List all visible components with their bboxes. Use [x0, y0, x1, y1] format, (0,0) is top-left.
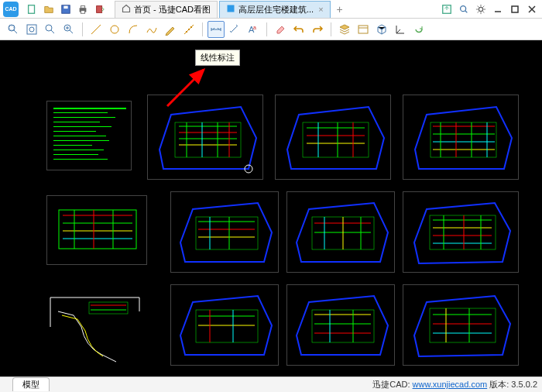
version-value: 3.5.0.2 [511, 380, 537, 389]
floor-plan-icon [276, 95, 391, 180]
tab-document[interactable]: 高层层住宅楼建筑... × [219, 1, 331, 18]
save-button[interactable] [59, 2, 73, 16]
drawing-thumbnail[interactable] [170, 284, 279, 366]
arc-tool[interactable] [125, 21, 142, 38]
layers-button[interactable] [336, 21, 353, 38]
floor-plan-icon [171, 285, 279, 366]
edit-tool[interactable] [162, 21, 179, 38]
erase-tool[interactable] [272, 21, 289, 38]
svg-rect-0 [29, 5, 35, 13]
svg-rect-23 [175, 122, 241, 157]
aligned-dimension-button[interactable] [226, 21, 243, 38]
circle-tool[interactable] [106, 21, 123, 38]
svg-rect-2 [63, 5, 67, 9]
svg-marker-59 [180, 203, 272, 262]
status-info: 迅捷CAD: www.xunjiecad.com 版本: 3.5.0.2 [372, 379, 537, 390]
drawing-thumbnail[interactable] [403, 95, 519, 180]
tab-add-button[interactable]: + [332, 3, 348, 15]
drawing-thumbnail[interactable] [403, 284, 519, 366]
settings-button[interactable] [474, 2, 488, 16]
open-file-button[interactable] [42, 2, 56, 16]
svg-rect-13 [9, 26, 14, 30]
separator [202, 22, 203, 36]
app-icon: CAD [3, 2, 19, 17]
svg-marker-22 [160, 107, 256, 169]
print-button[interactable] [76, 2, 90, 16]
svg-rect-74 [430, 215, 496, 249]
zoom-extents-button[interactable] [23, 21, 40, 38]
svg-point-16 [46, 25, 52, 31]
3d-view-button[interactable] [373, 21, 390, 38]
svg-rect-21 [358, 26, 368, 33]
tab-label: 高层层住宅楼建筑... [238, 4, 314, 15]
section-drawing-icon [43, 288, 147, 370]
floor-plan-icon [287, 285, 395, 366]
pan-button[interactable] [42, 21, 59, 38]
tab-label: 首页 - 迅捷CAD看图 [134, 4, 211, 15]
tooltip: 线性标注 [195, 50, 240, 66]
floor-plan-icon [403, 285, 519, 366]
tab-bar: 首页 - 迅捷CAD看图 高层层住宅楼建筑... × + [115, 1, 440, 18]
svg-rect-11 [512, 6, 518, 12]
redo-button[interactable] [309, 21, 326, 38]
svg-marker-33 [287, 107, 384, 169]
new-file-button[interactable] [25, 2, 39, 16]
maximize-button[interactable] [508, 2, 522, 16]
home-icon [122, 4, 131, 15]
svg-point-10 [479, 7, 482, 11]
drawing-thumbnail[interactable] [286, 284, 395, 366]
statusbar: 模型 迅捷CAD: www.xunjiecad.com 版本: 3.5.0.2 [0, 377, 542, 392]
reset-zoom-button[interactable] [457, 2, 471, 16]
svg-rect-89 [196, 310, 258, 342]
svg-point-9 [461, 5, 466, 11]
svg-rect-7 [228, 5, 235, 12]
separator [331, 22, 331, 36]
undo-button[interactable] [290, 21, 307, 38]
separator [82, 22, 83, 36]
drawing-thumbnail[interactable] [43, 288, 147, 370]
svg-rect-14 [27, 25, 36, 34]
drawing-thumbnail[interactable] [170, 191, 279, 273]
minimize-button[interactable] [491, 2, 505, 16]
floor-plan-icon [287, 192, 395, 273]
svg-text:a: a [253, 25, 256, 30]
window-controls [440, 2, 539, 16]
cad-file-icon [226, 4, 235, 15]
floor-plan-icon [403, 95, 519, 180]
drawing-thumbnail[interactable] [46, 195, 147, 265]
text-tool[interactable]: Aa [245, 21, 262, 38]
polyline-tool[interactable] [143, 21, 160, 38]
measure-tool[interactable] [180, 21, 197, 38]
zoom-fit-button[interactable] [60, 21, 77, 38]
separator [266, 22, 267, 36]
drawing-thumbnail[interactable] [275, 95, 391, 180]
drawing-thumbnail[interactable] [46, 101, 132, 170]
drawing-canvas[interactable]: 线性标注 [0, 40, 542, 377]
coordinates-button[interactable] [392, 21, 409, 38]
website-link[interactable]: www.xunjiecad.com [413, 380, 488, 389]
version-label: 版本: [489, 380, 509, 389]
drawing-thumbnail[interactable] [403, 191, 519, 273]
properties-button[interactable] [355, 21, 372, 38]
export-button[interactable] [440, 2, 454, 16]
line-tool[interactable] [87, 21, 105, 38]
svg-rect-102 [430, 308, 496, 342]
annotation-arrow [161, 64, 223, 110]
refresh-button[interactable] [410, 21, 427, 38]
svg-rect-6 [97, 5, 102, 12]
brand-label: 迅捷CAD: [372, 380, 410, 389]
model-tab[interactable]: 模型 [12, 377, 50, 391]
floor-plan-icon [403, 192, 519, 273]
zoom-window-button[interactable] [5, 21, 22, 38]
svg-point-15 [29, 27, 34, 32]
tab-close-button[interactable]: × [318, 5, 323, 14]
close-button[interactable] [525, 2, 539, 16]
svg-point-18 [111, 26, 118, 33]
svg-rect-5 [81, 10, 84, 13]
linear-dimension-button[interactable] [208, 21, 225, 38]
svg-rect-85 [89, 302, 128, 314]
recent-button[interactable] [93, 2, 107, 16]
floor-plan-icon [47, 196, 147, 265]
tab-home[interactable]: 首页 - 迅捷CAD看图 [115, 1, 218, 18]
drawing-thumbnail[interactable] [286, 191, 395, 273]
